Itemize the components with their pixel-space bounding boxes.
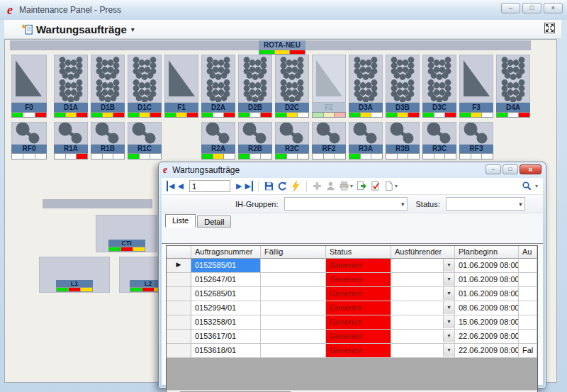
machine-tile-F0[interactable]: F0	[11, 55, 47, 118]
ausfuehrender-dropdown-button[interactable]: ▾	[443, 259, 454, 271]
ausfuehrender-dropdown-button[interactable]: ▾	[443, 273, 454, 286]
cell-auftragsnummer[interactable]: 0153617/01	[191, 330, 261, 344]
roller-tile-R3A[interactable]: R3A	[349, 122, 383, 159]
roller-tile-R2B[interactable]: R2B	[238, 122, 272, 159]
maximize-button[interactable]: □	[522, 3, 541, 13]
cell-planbeginn[interactable]: 15.06.2009 08:00	[455, 315, 519, 330]
column-header-selector[interactable]	[167, 246, 191, 259]
record-number-input[interactable]	[189, 180, 230, 192]
roller-tile-R2C[interactable]: R2C	[275, 122, 309, 159]
roller-tile-RF3[interactable]: RF3	[459, 122, 493, 159]
cell-status[interactable]: Generiert	[326, 287, 391, 301]
cell-ausfuehrender[interactable]: ▾	[391, 315, 455, 330]
cell-auftragsnummer[interactable]: 0152994/01	[191, 301, 261, 315]
cell-auftragsnummer[interactable]: 0153258/01	[191, 315, 261, 330]
table-row[interactable]: ▶0152585/01Generiert▾01.06.2009 08:00	[167, 259, 537, 273]
ausfuehrender-dropdown-button[interactable]: ▾	[443, 344, 454, 357]
row-selector[interactable]	[167, 330, 191, 344]
ausfuehrender-dropdown-button[interactable]: ▾	[443, 287, 454, 300]
lightning-icon[interactable]	[291, 181, 301, 191]
machine-tile-D4A[interactable]: D4A	[496, 55, 530, 118]
column-header-Auftragsnummer[interactable]: Auftragsnummer	[191, 246, 261, 259]
row-selector[interactable]	[167, 315, 191, 330]
cell-faellig[interactable]	[261, 259, 326, 273]
cell-planbeginn[interactable]: 22.06.2009 08:00	[455, 330, 519, 344]
cell-auftragsnummer[interactable]: 0153618/01	[191, 344, 261, 358]
machine-tile-F3[interactable]: F3	[459, 55, 493, 118]
machine-tile-F1[interactable]: F1	[164, 55, 198, 118]
roller-tile-RF0[interactable]: RF0	[11, 122, 47, 159]
cell-extra[interactable]	[519, 330, 537, 344]
user-icon[interactable]	[325, 181, 336, 191]
cell-auftragsnummer[interactable]: 0152585/01	[191, 259, 261, 273]
cell-status[interactable]: Generiert	[326, 315, 391, 330]
menu-wartungsauftraege[interactable]: Wartungsaufträge ▾	[21, 23, 135, 35]
dialog-close-button[interactable]: ×	[520, 164, 541, 174]
export-icon[interactable]	[356, 181, 367, 191]
dialog-minimize-button[interactable]: –	[485, 164, 501, 174]
row-selector[interactable]	[167, 273, 191, 287]
row-selector[interactable]	[167, 287, 191, 301]
cell-ausfuehrender[interactable]: ▾	[391, 259, 455, 273]
cell-planbeginn[interactable]: 22.06.2009 08:00	[455, 344, 519, 358]
row-selector[interactable]: ▶	[167, 259, 191, 273]
machine-tile-D2C[interactable]: D2C	[275, 55, 309, 118]
machine-tile-D1C[interactable]: D1C	[128, 55, 162, 118]
machine-tile-D3C[interactable]: D3C	[422, 55, 456, 118]
cell-status[interactable]: Generiert	[326, 301, 391, 315]
save-icon[interactable]	[264, 181, 274, 191]
validate-document-icon[interactable]	[370, 181, 381, 191]
ausfuehrender-dropdown-button[interactable]: ▾	[443, 315, 454, 328]
machine-tile-D2A[interactable]: D2A	[201, 55, 235, 118]
cell-extra[interactable]	[519, 273, 537, 287]
cell-extra[interactable]	[519, 315, 537, 330]
machine-tile-D1B[interactable]: D1B	[91, 55, 125, 118]
column-header-Ausführender[interactable]: Ausführender	[391, 246, 455, 259]
previous-record-icon[interactable]: ◀	[177, 181, 183, 191]
column-header-Au[interactable]: Au	[519, 246, 537, 259]
cell-status[interactable]: Generiert	[326, 330, 391, 344]
column-header-Planbeginn[interactable]: Planbeginn	[455, 246, 519, 259]
roller-tile-RF2[interactable]: RF2	[312, 122, 346, 159]
roller-tile-R3C[interactable]: R3C	[422, 122, 456, 159]
cell-faellig[interactable]	[261, 315, 326, 330]
status-select[interactable]: ▾	[446, 197, 525, 211]
cell-ausfuehrender[interactable]: ▾	[391, 287, 455, 301]
ih-gruppen-select[interactable]: ▾	[284, 197, 408, 211]
cell-faellig[interactable]	[261, 330, 326, 344]
roller-tile-R2A[interactable]: R2A	[201, 122, 235, 159]
add-icon[interactable]	[312, 181, 322, 191]
cell-extra[interactable]: Fal	[519, 344, 537, 358]
table-row[interactable]: 0152685/01Generiert▾01.06.2009 08:00	[167, 287, 537, 301]
cell-planbeginn[interactable]: 01.06.2009 08:00	[455, 287, 519, 301]
dialog-maximize-button[interactable]: □	[503, 164, 518, 174]
cell-status[interactable]: Generiert	[326, 273, 391, 287]
machine-tile-D1A[interactable]: D1A	[54, 55, 88, 118]
cell-faellig[interactable]	[261, 344, 326, 358]
roller-tile-R1C[interactable]: R1C	[128, 122, 162, 159]
machine-tile-F2[interactable]: F2	[312, 55, 346, 118]
cell-auftragsnummer[interactable]: 0152685/01	[191, 287, 261, 301]
row-selector[interactable]	[167, 301, 191, 315]
undo-icon[interactable]	[277, 181, 288, 191]
unit-box-CTI[interactable]: CTI	[96, 215, 157, 252]
cell-auftragsnummer[interactable]: 0152647/01	[191, 273, 261, 287]
machine-tile-D3A[interactable]: D3A	[349, 55, 383, 118]
table-row[interactable]: 0153618/01Generiert▾22.06.2009 08:00Fal	[167, 344, 537, 358]
tab-liste[interactable]: Liste	[165, 214, 196, 228]
cell-status[interactable]: Generiert	[326, 259, 391, 273]
machine-tile-D2B[interactable]: D2B	[238, 55, 272, 118]
minimize-button[interactable]: –	[501, 3, 520, 13]
search-icon[interactable]	[522, 181, 532, 191]
cell-planbeginn[interactable]: 01.06.2009 08:00	[455, 259, 519, 273]
cell-faellig[interactable]	[261, 301, 326, 315]
machine-tile-D3B[interactable]: D3B	[386, 55, 420, 118]
table-row[interactable]: 0153258/01Generiert▾15.06.2009 08:00	[167, 315, 537, 330]
cell-planbeginn[interactable]: 01.06.2009 08:00	[455, 273, 519, 287]
column-header-Fällig[interactable]: Fällig	[261, 246, 326, 259]
expand-icon[interactable]	[544, 22, 556, 34]
table-row[interactable]: 0152994/01Generiert▾08.06.2009 08:00	[167, 301, 537, 315]
cell-ausfuehrender[interactable]: ▾	[391, 344, 455, 358]
roller-tile-R1B[interactable]: R1B	[91, 122, 125, 159]
first-record-icon[interactable]: ◀	[167, 181, 174, 191]
